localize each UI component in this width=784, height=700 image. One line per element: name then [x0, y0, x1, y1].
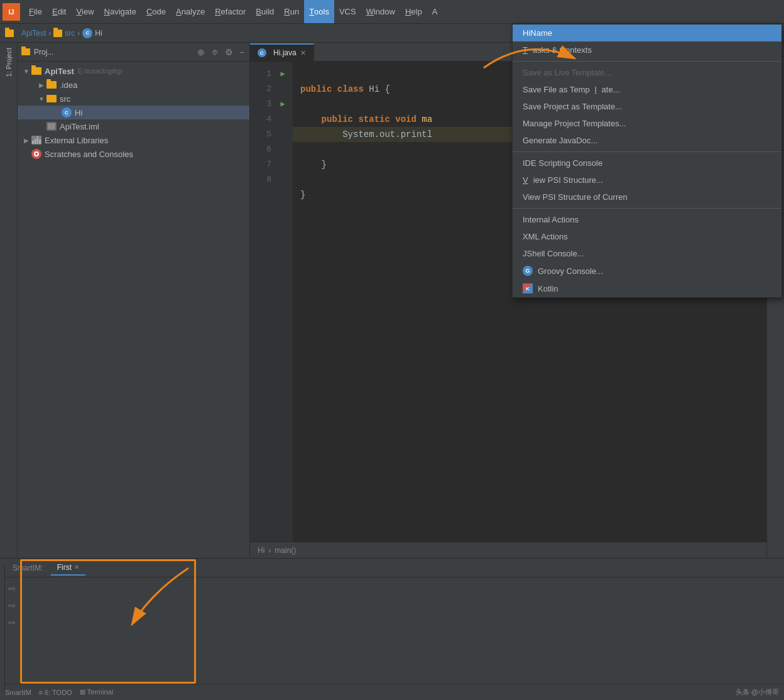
tree-label-idea: .idea — [60, 80, 77, 90]
menu-run[interactable]: Run — [279, 0, 304, 23]
panel-btn-add[interactable]: ⊕ — [196, 47, 206, 57]
menu-analyze[interactable]: Analyze — [171, 0, 210, 23]
tree-label-iml: ApiTest.iml — [60, 122, 99, 131]
tab-close-hi[interactable]: ✕ — [300, 49, 306, 57]
bottom-tab-first[interactable]: First ✕ — [51, 561, 85, 576]
bottom-panel: 2: Favorites SmartIM: First ✕ ➡ ➡ ➡ — [0, 558, 784, 684]
menu-tasks-contexts[interactable]: Tasks & Contexts — [513, 41, 781, 58]
menu-view-psi-current[interactable]: View PSI Structure of Curren — [513, 189, 781, 205]
menu-save-project-template[interactable]: Save Project as Template... — [513, 98, 781, 115]
status-watermark: 头条 @小傅哥 — [736, 687, 779, 697]
menu-navigate[interactable]: Navigate — [99, 0, 141, 23]
menu-vcs[interactable]: VCS — [334, 0, 361, 23]
tree-item-apitest[interactable]: ▼ ApiTest E:\itstack\git\gi — [18, 64, 249, 78]
panel-btn-options[interactable]: ≑ — [210, 47, 220, 57]
separator-2 — [513, 151, 781, 152]
breadcrumb-apitest[interactable]: ApiTest — [21, 29, 46, 38]
tree-arrow-ext: ▶ — [23, 136, 30, 144]
menu-file[interactable]: File — [24, 0, 47, 23]
menu-edit[interactable]: Edit — [47, 0, 71, 23]
menu-ide-scripting[interactable]: IDE Scripting Console — [513, 155, 781, 172]
menu-hiname[interactable]: HiName — [513, 25, 781, 41]
menu-a[interactable]: A — [427, 0, 443, 23]
tree-item-src[interactable]: ▼ src — [18, 92, 249, 106]
menu-manage-project-templates[interactable]: Manage Project Templates... — [513, 115, 781, 132]
ide-logo: IJ — [3, 3, 20, 21]
breadcrumb-hi[interactable]: Hi — [95, 29, 102, 38]
tree-arrow-idea: ▶ — [38, 81, 45, 89]
menu-jshell[interactable]: JShell Console... — [513, 245, 781, 262]
ide-window: IJ File Edit View Navigate Code Analyze … — [0, 0, 784, 700]
tree-item-hi[interactable]: C Hi — [18, 106, 249, 119]
panel-btn-minimize[interactable]: − — [238, 47, 246, 57]
arrow-icon-2: ➡ — [8, 599, 16, 611]
tab-first-label: First — [57, 563, 72, 572]
smartim-row-1: ➡ — [8, 582, 776, 594]
tree-arrow-hi — [53, 109, 60, 116]
breadcrumb-src[interactable]: src — [65, 29, 75, 38]
menu-groovy[interactable]: G Groovy Console... — [513, 262, 781, 280]
menu-save-live-template: Save as Live Template... — [513, 64, 781, 81]
tab-first-close[interactable]: ✕ — [74, 564, 79, 571]
status-todo[interactable]: ≡ 6: TODO — [39, 689, 72, 696]
tree-item-iml[interactable]: ApiTest.iml — [18, 119, 249, 133]
tools-dropdown-menu: HiName Tasks & Contexts Save as Live Tem… — [512, 24, 782, 298]
status-smartim[interactable]: SmartIM — [5, 689, 31, 696]
bottom-tabs: 2: Favorites SmartIM: First ✕ — [0, 559, 784, 577]
gutter: ▶ ▶ — [276, 62, 289, 542]
run-gutter-3[interactable]: ▶ — [276, 97, 289, 112]
menu-save-file-template[interactable]: Save File as Template... — [513, 81, 781, 98]
menu-build[interactable]: Build — [251, 0, 279, 23]
tab-label-hi: Hi.java — [273, 48, 297, 57]
separator-1 — [513, 61, 781, 62]
tree-item-scratches[interactable]: Scratches and Consoles — [18, 147, 249, 161]
menu-kotlin[interactable]: K Kotlin — [513, 280, 781, 297]
editor-tab-hi[interactable]: C Hi.java ✕ — [250, 43, 314, 61]
separator-3 — [513, 208, 781, 209]
menu-xml-actions[interactable]: XML Actions — [513, 228, 781, 245]
status-terminal[interactable]: ⊠ Terminal — [80, 688, 113, 696]
sidebar-tab-project[interactable]: 1: Project — [3, 43, 15, 82]
panel-btn-settings[interactable]: ⚙ — [224, 47, 234, 57]
menu-refactor[interactable]: Refactor — [210, 0, 251, 23]
tree-arrow-apitest: ▼ — [23, 67, 30, 75]
sidebar-tab-favorites[interactable]: 2: Favorites — [0, 566, 2, 608]
editor-breadcrumb-bottom: Hi › main() — [250, 542, 766, 558]
breadcrumb-hi-label: Hi — [258, 546, 264, 555]
status-bar: SmartIM ≡ 6: TODO ⊠ Terminal 头条 @小傅哥 — [0, 684, 784, 700]
menu-help[interactable]: Help — [400, 0, 427, 23]
project-panel: Proj... ⊕ ≑ ⚙ − ▼ ApiTest E:\itstack\git… — [18, 43, 250, 558]
tree-item-idea[interactable]: ▶ .idea — [18, 78, 249, 92]
project-tree: ▼ ApiTest E:\itstack\git\gi ▶ .idea — [18, 62, 249, 558]
smartim-row-2: ➡ — [8, 599, 776, 611]
tree-item-ext-lib[interactable]: ▶ External Libraries — [18, 133, 249, 147]
menu-internal-actions[interactable]: Internal Actions — [513, 211, 781, 228]
menu-view-psi[interactable]: View PSI Structure... — [513, 172, 781, 189]
scratches-icon — [31, 149, 41, 159]
tree-label-ext: External Libraries — [45, 136, 108, 145]
left-sidebar-strip: 1: Project — [0, 43, 18, 558]
menu-window[interactable]: Window — [361, 0, 400, 23]
ext-lib-icon — [31, 136, 41, 145]
tree-label-hi: Hi — [75, 108, 82, 118]
groovy-icon: G — [523, 266, 533, 276]
tree-arrow-scratches — [23, 150, 30, 158]
status-left: SmartIM ≡ 6: TODO ⊠ Terminal — [5, 688, 113, 696]
menu-code[interactable]: Code — [141, 0, 171, 23]
panel-title: Proj... — [34, 48, 192, 57]
menu-tools[interactable]: Tools — [304, 0, 334, 23]
smartim-label: SmartIM: — [8, 561, 48, 575]
tree-label-scratches: Scratches and Consoles — [45, 150, 133, 159]
menu-generate-javadoc[interactable]: Generate JavaDoc... — [513, 132, 781, 149]
panel-header: Proj... ⊕ ≑ ⚙ − — [18, 43, 249, 62]
menu-view[interactable]: View — [71, 0, 99, 23]
arrow-icon-1: ➡ — [8, 582, 16, 594]
tree-arrow-iml — [38, 123, 45, 130]
tree-label-src: src — [60, 94, 70, 104]
arrow-icon-3: ➡ — [8, 616, 16, 628]
tree-label-apitest: ApiTest — [45, 67, 74, 76]
project-panel-folder-icon — [21, 48, 30, 55]
kotlin-icon: K — [523, 283, 533, 293]
run-gutter-1[interactable]: ▶ — [276, 67, 289, 82]
bottom-content: ➡ ➡ ➡ — [0, 577, 784, 684]
